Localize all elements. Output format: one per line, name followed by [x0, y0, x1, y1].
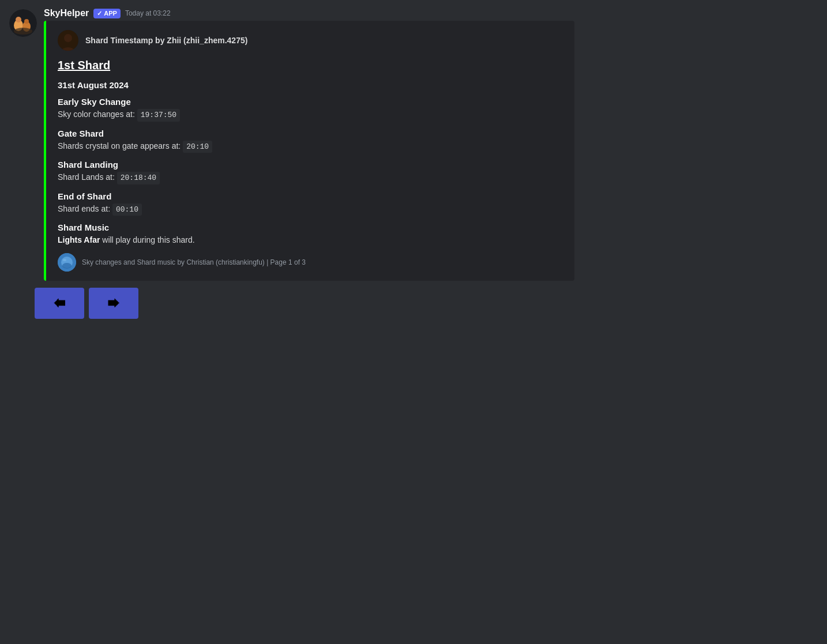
section-music: Shard Music Lights Afar will play during… [58, 223, 563, 246]
embed-card: Shard Timestamp by Zhii (zhii_zhem.4275)… [44, 21, 574, 281]
time-landing: 20:18:40 [117, 172, 160, 184]
time-end: 00:10 [112, 204, 142, 216]
embed-date: 31st August 2024 [58, 80, 563, 90]
section-value-end: Shard ends at: 00:10 [58, 203, 563, 216]
message-header: SkyHelper ✓ APP Today at 03:22 [44, 8, 818, 18]
next-button[interactable]: 🡆 [89, 288, 138, 319]
section-shard-landing: Shard Landing Shard Lands at: 20:18:40 [58, 160, 563, 184]
svg-point-4 [24, 19, 29, 24]
message-content: SkyHelper ✓ APP Today at 03:22 [44, 8, 818, 281]
avatar [9, 9, 37, 37]
message-row: SkyHelper ✓ APP Today at 03:22 [0, 0, 827, 281]
section-value-landing: Shard Lands at: 20:18:40 [58, 171, 563, 184]
prev-button[interactable]: 🡄 [35, 288, 84, 319]
svg-point-7 [64, 34, 72, 42]
app-container: SkyHelper ✓ APP Today at 03:22 [0, 0, 827, 644]
section-label-early-sky: Early Sky Change [58, 97, 563, 107]
section-early-sky: Early Sky Change Sky color changes at: 1… [58, 97, 563, 122]
svg-point-10 [62, 263, 72, 269]
section-end-shard: End of Shard Shard ends at: 00:10 [58, 191, 563, 216]
footer-avatar [58, 253, 76, 272]
checkmark-icon: ✓ [97, 10, 102, 17]
next-arrow-icon: 🡆 [107, 296, 120, 311]
time-early-sky: 19:37:50 [137, 109, 180, 122]
music-description: will play during this shard. [102, 235, 194, 244]
bot-name: SkyHelper [44, 8, 89, 18]
embed-avatar [58, 30, 78, 51]
svg-point-3 [16, 17, 21, 22]
section-value-music: Lights Afar will play during this shard. [58, 234, 563, 246]
svg-point-11 [63, 259, 66, 261]
embed-author: Shard Timestamp by Zhii (zhii_zhem.4275) [85, 36, 247, 45]
section-value-early-sky: Sky color changes at: 19:37:50 [58, 108, 563, 122]
message-timestamp: Today at 03:22 [125, 9, 171, 17]
app-badge: ✓ APP [93, 9, 121, 18]
embed-title: 1st Shard [58, 59, 563, 72]
section-label-landing: Shard Landing [58, 160, 563, 170]
section-label-gate: Gate Shard [58, 129, 563, 138]
embed-footer: Sky changes and Shard music by Christian… [58, 253, 563, 272]
section-value-gate: Shards crystal on gate appears at: 20:10 [58, 140, 563, 153]
music-title: Lights Afar [58, 235, 100, 244]
app-label: APP [104, 10, 117, 17]
embed-header: Shard Timestamp by Zhii (zhii_zhem.4275) [58, 30, 563, 51]
svg-point-5 [14, 28, 32, 35]
buttons-row: 🡄 🡆 [0, 281, 827, 326]
prev-arrow-icon: 🡄 [53, 296, 66, 311]
section-label-music: Shard Music [58, 223, 563, 232]
section-label-end: End of Shard [58, 191, 563, 201]
footer-text: Sky changes and Shard music by Christian… [82, 258, 306, 266]
section-gate-shard: Gate Shard Shards crystal on gate appear… [58, 129, 563, 153]
time-gate: 20:10 [183, 141, 212, 153]
